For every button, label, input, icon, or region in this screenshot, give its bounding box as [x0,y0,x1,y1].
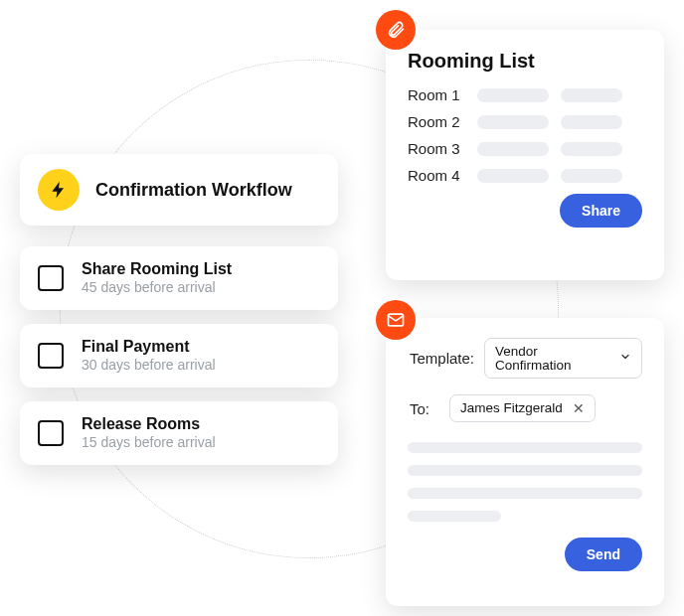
recipient-name: James Fitzgerald [460,401,563,415]
placeholder-bar [477,169,549,183]
task-title: Release Rooms [82,414,216,434]
close-icon[interactable]: ✕ [573,401,585,415]
task-title: Final Payment [82,337,216,357]
checkbox-icon[interactable] [38,265,64,291]
room-label: Room 3 [408,140,477,157]
checkbox-icon[interactable] [38,420,64,446]
task-row[interactable]: Release Rooms 15 days before arrival [20,401,338,465]
recipient-chip[interactable]: James Fitzgerald ✕ [449,394,596,422]
room-row: Room 1 [408,86,642,103]
template-label: Template: [410,350,474,367]
mail-icon [376,300,416,340]
placeholder-bar [408,465,642,476]
task-row[interactable]: Share Rooming List 45 days before arriva… [20,246,338,310]
placeholder-bar [477,115,549,129]
task-row[interactable]: Final Payment 30 days before arrival [20,324,338,387]
chevron-down-icon [619,351,631,366]
send-button[interactable]: Send [565,538,642,571]
task-text: Final Payment 30 days before arrival [82,337,216,375]
task-subtitle: 45 days before arrival [82,279,232,297]
room-row: Room 4 [408,167,642,184]
room-row: Room 3 [408,140,642,157]
placeholder-bar [561,115,622,129]
attachment-icon [376,10,416,50]
bolt-icon [38,169,80,211]
placeholder-bar [477,88,549,102]
template-select[interactable]: Vendor Confirmation [484,338,642,379]
placeholder-bar [408,442,642,453]
rooming-list-title: Rooming List [408,50,642,73]
composer-card: Template: Vendor Confirmation To: James … [386,318,664,606]
checkbox-icon[interactable] [38,343,64,369]
share-button[interactable]: Share [560,194,642,228]
workflow-header-card: Confirmation Workflow [20,154,338,226]
message-body-placeholder [408,442,642,522]
rooming-list-card: Rooming List Room 1 Room 2 Room 3 Room 4… [386,30,664,280]
room-label: Room 2 [408,113,477,130]
placeholder-bar [561,169,622,183]
workflow-title: Confirmation Workflow [95,180,292,201]
template-value: Vendor Confirmation [495,345,609,372]
placeholder-bar [561,142,622,156]
room-label: Room 4 [408,167,477,184]
task-text: Share Rooming List 45 days before arriva… [82,259,232,297]
to-field-row: To: James Fitzgerald ✕ [408,394,642,422]
placeholder-bar [561,88,622,102]
task-text: Release Rooms 15 days before arrival [82,414,216,452]
template-field-row: Template: Vendor Confirmation [408,338,642,379]
task-title: Share Rooming List [82,259,232,279]
placeholder-bar [408,511,501,522]
room-row: Room 2 [408,113,642,130]
to-label: To: [410,400,439,417]
room-label: Room 1 [408,86,477,103]
task-subtitle: 30 days before arrival [82,357,216,375]
task-subtitle: 15 days before arrival [82,434,216,452]
placeholder-bar [477,142,549,156]
placeholder-bar [408,488,642,499]
